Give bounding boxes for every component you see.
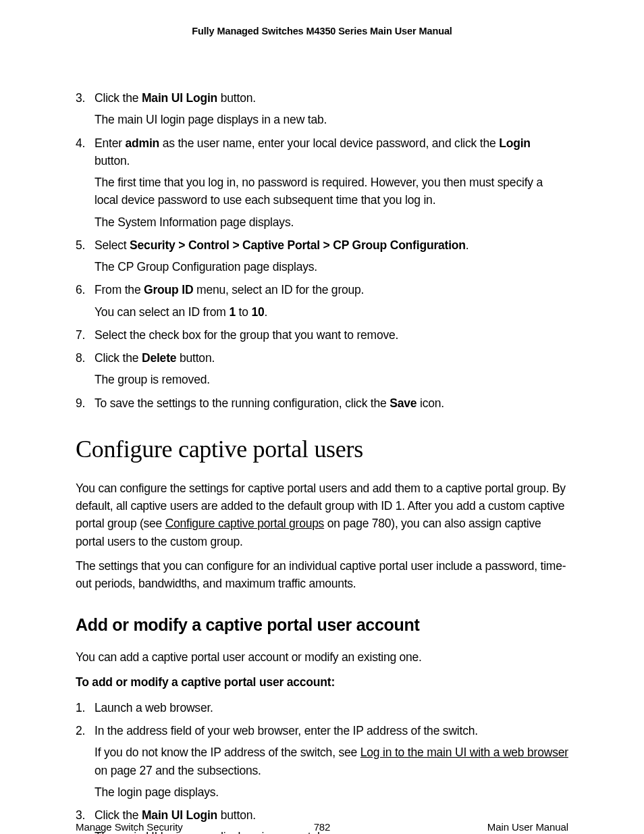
- text-bold: Delete: [142, 351, 176, 365]
- text: Enter: [95, 136, 126, 150]
- step-note: The main UI login page displays in a new…: [95, 111, 568, 128]
- text: You can select an ID from: [95, 305, 229, 319]
- text: as the user name, enter your local devic…: [159, 136, 499, 150]
- step-1: Launch a web browser.: [95, 699, 568, 716]
- subsection-intro: You can add a captive portal user accoun…: [76, 648, 568, 666]
- footer-right: Main User Manual: [404, 821, 568, 833]
- text: .: [265, 305, 268, 319]
- text-bold: Group ID: [144, 283, 193, 296]
- page-footer: Manage Switch Security 782 Main User Man…: [76, 821, 568, 833]
- text: .: [466, 238, 469, 252]
- subsection-heading: Add or modify a captive portal user acco…: [76, 615, 568, 635]
- text-bold: Login: [499, 136, 531, 150]
- steps-list-1: Click the Main UI Login button. The main…: [76, 89, 568, 412]
- step-note: You can select an ID from 1 to 10.: [95, 303, 568, 321]
- text: button.: [217, 808, 256, 822]
- footer-page-number: 782: [240, 821, 404, 833]
- section-paragraph: You can configure the settings for capti…: [76, 479, 568, 550]
- step-6: From the Group ID menu, select an ID for…: [95, 281, 568, 321]
- text-bold: Main UI Login: [142, 808, 217, 822]
- text: Click the: [95, 91, 142, 105]
- text: icon.: [417, 396, 444, 410]
- steps-list-2: Launch a web browser. In the address fie…: [76, 699, 568, 834]
- text: From the: [95, 283, 144, 296]
- text-bold: admin: [126, 136, 160, 150]
- step-2: In the address field of your web browser…: [95, 722, 568, 801]
- text: Launch a web browser.: [95, 701, 213, 714]
- step-4: Enter admin as the user name, enter your…: [95, 134, 568, 231]
- step-note: The first time that you log in, no passw…: [95, 174, 568, 209]
- text: Click the: [95, 808, 142, 822]
- text: on page 27 and the subsections.: [95, 764, 261, 777]
- text: If you do not know the IP address of the…: [95, 746, 360, 759]
- footer-left: Manage Switch Security: [76, 821, 240, 833]
- text: button.: [95, 154, 130, 167]
- page: Fully Managed Switches M4350 Series Main…: [0, 0, 644, 834]
- step-note: The System Information page displays.: [95, 213, 568, 231]
- text-bold: 10: [251, 305, 264, 319]
- xref-link[interactable]: Log in to the main UI with a web browser: [360, 746, 568, 759]
- text-bold: Security > Control > Captive Portal > CP…: [130, 238, 466, 252]
- text: Select the check box for the group that …: [95, 328, 398, 342]
- page-header: Fully Managed Switches M4350 Series Main…: [76, 26, 568, 36]
- text: In the address field of your web browser…: [95, 724, 478, 737]
- procedure-lead: To add or modify a captive portal user a…: [76, 673, 568, 691]
- text: button.: [176, 351, 215, 365]
- text: to: [236, 305, 252, 319]
- text: Click the: [95, 351, 142, 365]
- text: menu, select an ID for the group.: [193, 283, 364, 296]
- step-note: If you do not know the IP address of the…: [95, 744, 568, 779]
- step-note: The CP Group Configuration page displays…: [95, 258, 568, 276]
- text-bold: Save: [390, 396, 417, 410]
- step-9: To save the settings to the running conf…: [95, 394, 568, 412]
- text-bold: 1: [229, 305, 236, 319]
- section-paragraph: The settings that you can configure for …: [76, 557, 568, 593]
- xref-link[interactable]: Configure captive portal groups: [165, 517, 324, 530]
- step-note: The group is removed.: [95, 371, 568, 388]
- step-3: Click the Main UI Login button. The main…: [95, 89, 568, 129]
- step-5: Select Security > Control > Captive Port…: [95, 236, 568, 276]
- step-note: The login page displays.: [95, 783, 568, 801]
- text: To save the settings to the running conf…: [95, 396, 390, 410]
- step-8: Click the Delete button. The group is re…: [95, 349, 568, 389]
- step-7: Select the check box for the group that …: [95, 326, 568, 344]
- text: button.: [217, 91, 256, 105]
- text-bold: Main UI Login: [142, 91, 217, 105]
- section-heading: Configure captive portal users: [76, 435, 568, 463]
- text: Select: [95, 238, 130, 252]
